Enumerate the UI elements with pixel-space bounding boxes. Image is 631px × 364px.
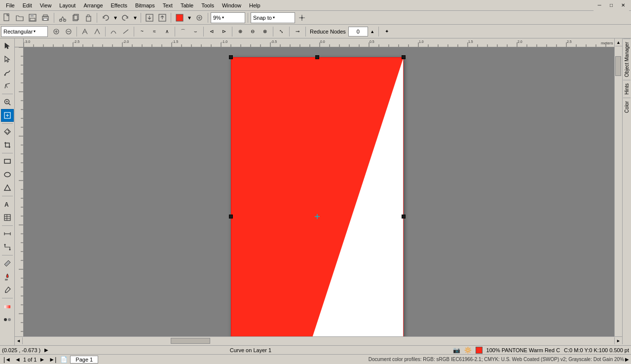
crop-tool[interactable] bbox=[1, 139, 14, 151]
close-button[interactable]: ✕ bbox=[617, 0, 629, 11]
color-tab[interactable]: Color bbox=[623, 98, 631, 116]
page-next-button[interactable]: ► bbox=[37, 356, 46, 363]
scrollbar-horizontal[interactable]: ◄ ► bbox=[15, 336, 622, 344]
canvas-area[interactable]: meters -3.0-2.5-2.0-1.5-1.0-0.50.00.51.0… bbox=[15, 38, 622, 344]
color-profile-icon[interactable]: 🔆 bbox=[464, 347, 472, 354]
menu-view[interactable]: View bbox=[36, 1, 56, 9]
page-insert-button[interactable]: 📄 bbox=[59, 356, 69, 363]
menu-edit[interactable]: Edit bbox=[19, 1, 36, 9]
page-last-button[interactable]: ►| bbox=[47, 356, 58, 363]
close-curve-btn[interactable]: ⊸ bbox=[292, 26, 303, 37]
node-straight-btn[interactable] bbox=[120, 26, 132, 37]
interactive-fill-tool[interactable] bbox=[1, 300, 14, 313]
handle-ml[interactable] bbox=[229, 215, 233, 218]
scroll-track-h[interactable] bbox=[23, 337, 614, 344]
reduce-nodes-up[interactable]: ▲ bbox=[369, 26, 376, 37]
ellipse-tool[interactable] bbox=[1, 168, 14, 181]
blend-tool[interactable] bbox=[1, 313, 14, 326]
node-smooth-btn[interactable]: ≈ bbox=[148, 26, 160, 37]
profile-arrow-icon[interactable]: ▶ bbox=[625, 357, 629, 362]
reduce-nodes-input[interactable] bbox=[348, 27, 368, 36]
eyedropper-tool[interactable] bbox=[1, 284, 14, 296]
camera-icon[interactable]: 📷 bbox=[453, 347, 460, 354]
redo-button[interactable] bbox=[119, 12, 131, 24]
canvas-inner[interactable] bbox=[24, 47, 622, 344]
handle-tr[interactable] bbox=[402, 55, 406, 59]
paste-button[interactable] bbox=[82, 12, 94, 24]
fill-dropdown[interactable]: ▾ bbox=[186, 12, 192, 24]
node-join-btn[interactable] bbox=[79, 26, 91, 37]
menu-window[interactable]: Window bbox=[218, 1, 245, 9]
handle-tl[interactable] bbox=[229, 55, 233, 59]
shape-dropdown[interactable]: Rectangular ▾ bbox=[1, 26, 48, 37]
pointer-tool[interactable] bbox=[1, 39, 14, 52]
copy-button[interactable] bbox=[70, 12, 81, 24]
align-nodes-btn[interactable]: ⊕ bbox=[234, 26, 246, 37]
node-delete-btn[interactable] bbox=[63, 26, 74, 37]
polygon-tool[interactable] bbox=[1, 182, 14, 194]
scroll-thumb-v[interactable] bbox=[615, 56, 621, 76]
fill-color-button[interactable] bbox=[174, 12, 186, 24]
scroll-right-button[interactable]: ► bbox=[614, 337, 622, 344]
page-first-button[interactable]: |◄ bbox=[2, 356, 12, 363]
menu-help[interactable]: Help bbox=[245, 1, 264, 9]
node-break-btn[interactable] bbox=[91, 26, 103, 37]
snap-dropdown[interactable]: Snap to ▾ bbox=[251, 12, 295, 23]
subselect-tool[interactable] bbox=[1, 53, 14, 66]
node-add-btn[interactable] bbox=[50, 26, 62, 37]
node-sym-btn[interactable]: ~ bbox=[136, 26, 148, 37]
snap-settings-button[interactable] bbox=[296, 12, 308, 24]
connector-tool[interactable] bbox=[1, 241, 14, 254]
node-to-curve-btn[interactable]: ⌣ bbox=[189, 26, 201, 37]
node-star-btn[interactable]: ✦ bbox=[381, 26, 393, 37]
handle-mr[interactable] bbox=[402, 215, 406, 218]
scrollbar-vertical[interactable]: ▲ ▼ bbox=[614, 38, 622, 344]
minimize-button[interactable]: ─ bbox=[594, 0, 605, 11]
extract-btn[interactable]: ⊳ bbox=[218, 26, 230, 37]
menu-tools[interactable]: Tools bbox=[197, 1, 218, 9]
scroll-track-v[interactable] bbox=[615, 46, 622, 336]
table-tool[interactable] bbox=[1, 211, 14, 224]
export-button[interactable] bbox=[156, 12, 168, 24]
scroll-left-button[interactable]: ◄ bbox=[15, 337, 23, 344]
print-button[interactable] bbox=[39, 12, 51, 24]
elastic-btn[interactable]: ⤡ bbox=[275, 26, 287, 37]
hints-tab[interactable]: Hints bbox=[623, 80, 631, 98]
rectangle-tool[interactable] bbox=[1, 155, 14, 168]
menu-table[interactable]: Table bbox=[177, 1, 197, 9]
menu-text[interactable]: Text bbox=[159, 1, 177, 9]
menu-layout[interactable]: Layout bbox=[55, 1, 79, 9]
vert-align-btn[interactable]: ⊗ bbox=[259, 26, 271, 37]
save-button[interactable] bbox=[27, 12, 38, 24]
freehand-tool[interactable] bbox=[1, 66, 14, 79]
node-cusp-btn[interactable]: ∧ bbox=[161, 26, 173, 37]
dimension-tool[interactable] bbox=[1, 227, 14, 240]
menu-file[interactable]: File bbox=[2, 1, 19, 9]
page-prev-button[interactable]: ◄ bbox=[13, 356, 22, 363]
cut-button[interactable] bbox=[57, 12, 69, 24]
zoom-tool[interactable] bbox=[1, 96, 14, 109]
reverse-btn[interactable]: ⊲ bbox=[206, 26, 218, 37]
object-manager-tab[interactable]: Object Manager bbox=[623, 38, 631, 80]
open-button[interactable] bbox=[14, 12, 26, 24]
paint-tool[interactable] bbox=[1, 257, 14, 270]
node-curve-btn[interactable] bbox=[108, 26, 119, 37]
text-tool[interactable]: A bbox=[1, 198, 14, 211]
menu-arrange[interactable]: Arrange bbox=[79, 1, 107, 9]
node-to-line-btn[interactable]: ⌒ bbox=[177, 26, 189, 37]
interactive-tool[interactable] bbox=[1, 109, 14, 122]
undo-dropdown[interactable]: ▾ bbox=[112, 12, 118, 24]
scroll-thumb-h[interactable] bbox=[171, 338, 210, 344]
scroll-up-button[interactable]: ▲ bbox=[615, 38, 622, 46]
page-tab-1[interactable]: Page 1 bbox=[70, 356, 98, 364]
maximize-button[interactable]: □ bbox=[605, 0, 617, 11]
menu-bitmaps[interactable]: Bitmaps bbox=[131, 1, 159, 9]
play-button[interactable]: ▶ bbox=[44, 347, 48, 353]
new-button[interactable] bbox=[1, 12, 13, 24]
import-button[interactable] bbox=[144, 12, 155, 24]
menu-effects[interactable]: Effects bbox=[107, 1, 131, 9]
handle-tc[interactable] bbox=[315, 55, 319, 59]
view-options-button[interactable] bbox=[193, 12, 205, 24]
redo-dropdown[interactable]: ▾ bbox=[132, 12, 138, 24]
smart-draw-tool[interactable] bbox=[1, 79, 14, 92]
